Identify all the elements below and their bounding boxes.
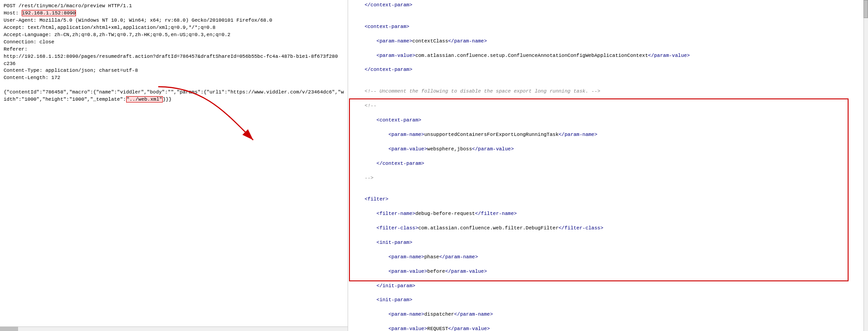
right-scrollbar[interactable] xyxy=(863,0,868,331)
line-useragent: User-Agent: Mozilla/5.0 (Windows NT 10.0… xyxy=(4,18,272,23)
xml-line-25: <param-value>REQUEST</param-value> xyxy=(353,326,863,331)
left-panel: POST /rest/tinymce/1/macro/preview HTTP/… xyxy=(0,0,348,331)
xml-line-10: <context-param> xyxy=(353,117,863,124)
line-body2: idth":"1000","height":"1000","_template"… xyxy=(4,96,172,103)
line-host: Host: 192.168.1.152:8090 xyxy=(4,10,76,16)
xml-line-20: <param-name>phase</param-name> xyxy=(353,254,863,261)
xml-line-5: <param-value>com.atlassian.confluence.se… xyxy=(353,52,863,60)
line-connection: Connection: close xyxy=(4,39,54,45)
template-highlight: "../web.xml" xyxy=(126,96,163,103)
line-post: POST /rest/tinymce/1/macro/preview HTTP/… xyxy=(4,3,132,9)
xml-line-9: <!-- xyxy=(353,103,863,110)
request-content: POST /rest/tinymce/1/macro/preview HTTP/… xyxy=(4,3,344,103)
xml-content: </context-param> <context-param> <param-… xyxy=(353,2,863,331)
bottom-scrollbar[interactable] xyxy=(0,326,348,331)
xml-line-17: <filter-name>debug-before-request</filte… xyxy=(353,210,863,218)
xml-line-12: <param-value>websphere,jboss</param-valu… xyxy=(353,146,863,153)
bottom-scrollbar-thumb[interactable] xyxy=(0,326,18,331)
xml-line-11: <param-name>unsupportedContainersForExpo… xyxy=(353,131,863,139)
line-referer-label: Referer: xyxy=(4,47,28,52)
line-accept-lang: Accept-Language: zh-CN,zh;q=0.8,zh-TW;q=… xyxy=(4,32,231,37)
line-content-type: Content-Type: application/json; charset=… xyxy=(4,68,138,73)
right-panel: </context-param> <context-param> <param-… xyxy=(348,0,868,331)
line-body1: {"contentId":"786458","macro":{"name":"v… xyxy=(4,89,344,95)
xml-line-8: <!-- Uncomment the following to disable … xyxy=(353,88,863,95)
xml-line-16: <filter> xyxy=(353,196,863,203)
xml-line-4: <param-name>contextClass</param-name> xyxy=(353,38,863,45)
xml-line-19: <init-param> xyxy=(353,239,863,247)
xml-line-21: <param-value>before</param-value> xyxy=(353,268,863,275)
xml-line-18: <filter-class>com.atlassian.confluence.w… xyxy=(353,225,863,232)
line-referer-url: http://192.168.1.152:8090/pages/resumedr… xyxy=(4,54,338,59)
line-accept: Accept: text/html,application/xhtml+xml,… xyxy=(4,25,216,30)
xml-line-6: </context-param> xyxy=(353,66,863,74)
xml-line-1: </context-param> xyxy=(353,2,863,9)
xml-line-14: --> xyxy=(353,175,863,182)
xml-line-23: <init-param> xyxy=(353,297,863,304)
xml-line-24: <param-name>dispatcher</param-name> xyxy=(353,311,863,318)
host-highlight: 192.168.1.152:8090 xyxy=(22,10,76,16)
xml-line-13: </context-param> xyxy=(353,160,863,168)
right-scrollbar-thumb[interactable] xyxy=(863,0,868,18)
xml-line-3: <context-param> xyxy=(353,23,863,31)
xml-line-22: </init-param> xyxy=(353,283,863,290)
line-content-length: Content-Length: 172 xyxy=(4,75,60,80)
line-referer-cont: c236 xyxy=(4,61,15,66)
